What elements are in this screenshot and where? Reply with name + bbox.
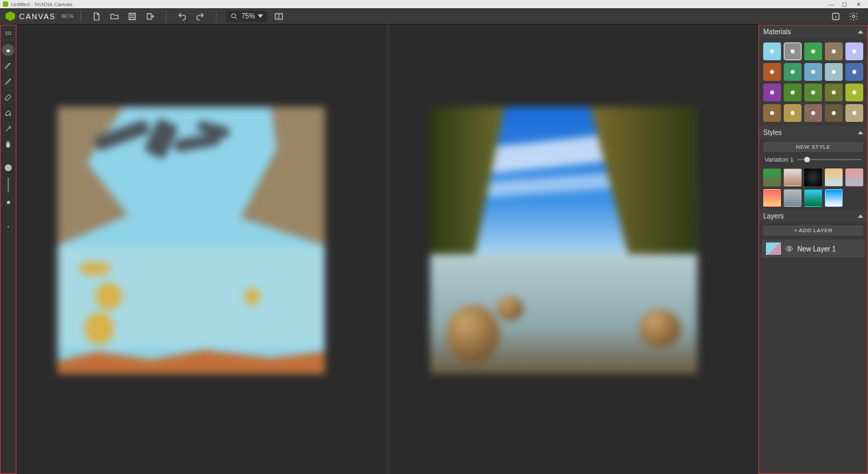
svg-point-11 xyxy=(770,49,774,53)
styles-header[interactable]: Styles xyxy=(759,126,867,139)
layer-row[interactable]: New Layer 1 xyxy=(762,240,865,258)
style-thumb-8[interactable] xyxy=(825,189,843,207)
material-tree[interactable] xyxy=(804,84,822,101)
material-grass[interactable] xyxy=(784,63,802,81)
layer-thumb xyxy=(766,242,781,255)
svg-point-25 xyxy=(852,90,856,95)
material-bush[interactable] xyxy=(784,84,802,101)
new-file-button[interactable] xyxy=(90,10,103,23)
material-snow[interactable] xyxy=(804,63,822,81)
style-thumb-1[interactable] xyxy=(784,169,802,186)
redo-button[interactable] xyxy=(194,10,206,23)
render-pane xyxy=(389,25,759,474)
material-pavement[interactable] xyxy=(825,63,843,81)
brush-size-min xyxy=(2,221,14,233)
segmentation-canvas[interactable] xyxy=(58,107,325,374)
svg-point-14 xyxy=(832,49,836,53)
brush-size-large[interactable] xyxy=(2,162,14,174)
svg-point-5 xyxy=(5,32,7,33)
brand-beta: BETA xyxy=(61,14,73,18)
window-maximize[interactable]: ▢ xyxy=(838,1,852,8)
layer-name: New Layer 1 xyxy=(797,245,836,253)
svg-point-7 xyxy=(10,32,11,33)
material-sand[interactable] xyxy=(784,104,802,122)
os-titlebar: Untitled - NVIDIA Canvas — ▢ ✕ xyxy=(0,0,868,8)
brush-size-small[interactable] xyxy=(2,196,14,208)
tool-rail xyxy=(0,25,16,474)
material-flower[interactable] xyxy=(763,84,781,101)
undo-button[interactable] xyxy=(176,10,188,23)
settings-button[interactable] xyxy=(847,10,860,23)
brand-name: CANVAS xyxy=(19,12,55,21)
material-gravel[interactable] xyxy=(804,104,822,122)
style-thumb-0[interactable] xyxy=(763,169,781,186)
chevron-up-icon xyxy=(858,131,863,134)
svg-point-12 xyxy=(791,49,795,53)
pencil-tool[interactable] xyxy=(2,75,14,88)
style-thumb-3[interactable] xyxy=(825,169,843,186)
material-fog[interactable] xyxy=(845,42,863,60)
zoom-control[interactable]: 75% xyxy=(226,11,267,22)
zoom-value: 75% xyxy=(241,12,255,20)
chevron-down-icon xyxy=(258,14,263,18)
svg-point-8 xyxy=(5,34,7,35)
materials-header[interactable]: Materials xyxy=(759,25,867,38)
material-sky[interactable] xyxy=(763,42,781,60)
svg-point-17 xyxy=(791,70,795,74)
svg-point-9 xyxy=(8,34,9,35)
material-water[interactable] xyxy=(845,63,863,81)
variation-slider[interactable]: Variation 1 xyxy=(759,155,867,166)
render-canvas xyxy=(430,107,697,374)
material-hill[interactable] xyxy=(804,42,822,60)
material-wood[interactable] xyxy=(825,84,843,101)
svg-point-4 xyxy=(852,15,855,18)
pan-tool[interactable] xyxy=(2,138,14,151)
window-minimize[interactable]: — xyxy=(824,1,838,8)
fill-tool[interactable] xyxy=(2,107,14,119)
svg-point-23 xyxy=(811,90,815,95)
chevron-up-icon xyxy=(858,30,863,34)
window-close[interactable]: ✕ xyxy=(852,1,865,8)
info-button[interactable] xyxy=(830,10,842,23)
material-straw[interactable] xyxy=(845,84,863,101)
materials-grid xyxy=(759,38,867,126)
style-thumb-2[interactable] xyxy=(804,169,822,186)
new-style-button[interactable]: NEW STYLE xyxy=(763,142,863,152)
open-file-button[interactable] xyxy=(108,10,121,23)
material-mud[interactable] xyxy=(763,104,781,122)
size-track[interactable] xyxy=(8,177,9,192)
style-thumb-4[interactable] xyxy=(845,169,863,186)
svg-point-22 xyxy=(791,90,795,95)
material-dirt[interactable] xyxy=(763,63,781,81)
svg-point-1 xyxy=(232,14,236,18)
style-thumb-6[interactable] xyxy=(784,189,802,207)
styles-grid xyxy=(759,166,867,210)
eraser-tool[interactable] xyxy=(2,91,14,103)
svg-point-31 xyxy=(789,248,791,250)
material-rock[interactable] xyxy=(825,104,843,122)
style-thumb-5[interactable] xyxy=(763,189,781,207)
eyedropper-tool[interactable] xyxy=(2,123,14,135)
nvidia-logo-icon xyxy=(5,12,15,21)
segmentation-pane[interactable] xyxy=(16,25,386,474)
material-mountain[interactable] xyxy=(825,42,843,60)
split-view-button[interactable] xyxy=(273,10,285,23)
svg-point-20 xyxy=(852,70,856,74)
svg-point-16 xyxy=(770,70,774,74)
visibility-icon[interactable] xyxy=(785,245,793,253)
brush-tool[interactable] xyxy=(2,60,14,72)
variation-label: Variation 1 xyxy=(765,156,793,163)
layers-header[interactable]: Layers xyxy=(759,210,867,223)
drag-handle-icon[interactable] xyxy=(2,28,14,40)
material-cloud[interactable] xyxy=(784,42,802,60)
svg-point-30 xyxy=(852,111,856,115)
svg-point-27 xyxy=(791,111,795,115)
style-thumb-7[interactable] xyxy=(804,189,822,207)
add-layer-button[interactable]: + ADD LAYER xyxy=(763,225,863,236)
export-button[interactable] xyxy=(144,10,156,23)
save-button[interactable] xyxy=(126,10,138,23)
material-stone[interactable] xyxy=(845,104,863,122)
material-picker-tool[interactable] xyxy=(2,44,14,56)
svg-point-15 xyxy=(852,49,856,53)
brand: CANVAS BETA xyxy=(5,12,73,21)
